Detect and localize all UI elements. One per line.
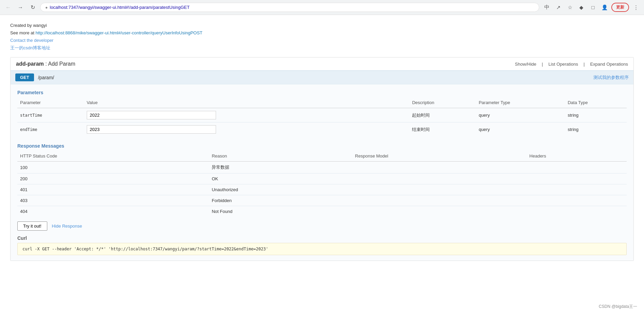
response-row: 200 OK [17,173,627,184]
response-row: 100 异常数据 [17,162,627,173]
response-reason: Forbidden [209,195,352,206]
page-content: Created by wangyi See more at http://loc… [0,15,644,268]
param-value-cell [84,108,410,122]
api-header-actions: Show/Hide | List Operations | Expand Ope… [515,62,628,67]
response-messages-title: Response Messages [17,143,627,149]
back-button[interactable]: ← [3,3,13,12]
endpoint-path: /param/ [38,75,593,80]
translate-button[interactable]: 中 [542,3,551,12]
response-headers [527,173,627,184]
csdn-link[interactable]: 王一的csdn博客地址 [10,45,50,50]
list-operations-link[interactable]: List Operations [548,62,578,67]
response-headers [527,195,627,206]
method-badge: GET [15,73,34,81]
status-code: 401 [17,184,209,195]
response-headers [527,184,627,195]
contact-link[interactable]: Contact the developer [10,38,53,43]
param-type: query [476,122,565,137]
bookmark-button[interactable]: ☆ [565,3,575,12]
curl-command: curl -X GET --header 'Accept: */*' 'http… [17,243,627,255]
operation-body: Parameters Parameter Value Description P… [11,84,633,261]
parameters-table: Parameter Value Description Parameter Ty… [17,99,627,136]
response-headers [527,206,627,217]
parameters-section-title: Parameters [17,90,627,95]
forward-button[interactable]: → [16,3,25,12]
response-reason: Not Found [209,206,352,217]
expand-operations-link[interactable]: Expand Operations [590,62,628,67]
see-more-line: See more at http://localhost:8868/mike/s… [10,29,634,37]
lock-icon: ● [45,5,48,10]
reason-col-header: Reason [209,152,352,162]
param-row: startTime 起始时间 query string [17,108,627,122]
response-row: 403 Forbidden [17,195,627,206]
update-button[interactable]: 更新 [611,3,629,12]
menu-button[interactable]: ⋮ [631,3,641,12]
response-model [352,195,527,206]
status-code: 100 [17,162,209,173]
show-hide-link[interactable]: Show/Hide [515,62,536,67]
response-model [352,184,527,195]
response-reason: OK [209,173,352,184]
status-code: 403 [17,195,209,206]
created-by-text: Created by wangyi [10,22,634,29]
address-bar: ● localhost:7347/wangyi/swagger-ui.html#… [40,3,539,12]
url-text: localhost:7347/wangyi/swagger-ui.html#!/… [50,5,189,10]
operation-description: 测试我的参数程序 [593,74,629,81]
param-name: startTime [17,108,84,122]
datatype-col-header: Data Type [565,99,627,108]
param-value-input[interactable] [87,125,216,134]
see-more-link[interactable]: http://localhost:8868/mike/swagger-ui.ht… [35,30,202,35]
param-description: 起始时间 [409,108,476,122]
response-model [352,206,527,217]
api-title: add-param : Add Param [16,61,75,67]
status-code: 404 [17,206,209,217]
param-type: query [476,108,565,122]
status-col-header: HTTP Status Code [17,152,209,162]
response-row: 404 Not Found [17,206,627,217]
response-model [352,162,527,173]
desc-col-header: Description [409,99,476,108]
share-button[interactable]: ↗ [554,3,563,12]
response-reason: Unauthorized [209,184,352,195]
param-data-type: string [565,108,627,122]
api-section: add-param : Add Param Show/Hide | List O… [10,57,634,261]
operation-method-path: GET /param/ [15,73,593,81]
response-reason: 异常数据 [209,162,352,173]
param-name: endTime [17,122,84,137]
param-value-input[interactable] [87,111,216,119]
param-data-type: string [565,122,627,137]
param-row: endTime 结束时间 query string [17,122,627,137]
header-info: Created by wangyi See more at http://loc… [10,22,634,52]
response-table: HTTP Status Code Reason Response Model H… [17,152,627,217]
response-headers [527,162,627,173]
param-description: 结束时间 [409,122,476,137]
headers-col-header: Headers [527,152,627,162]
try-it-out-button[interactable]: Try it out! [17,221,47,231]
operation-row[interactable]: GET /param/ 测试我的参数程序 [11,70,633,84]
type-col-header: Parameter Type [476,99,565,108]
value-col-header: Value [84,99,410,108]
api-section-header: add-param : Add Param Show/Hide | List O… [11,57,633,70]
profile-button[interactable]: 👤 [600,3,609,12]
curl-label: Curl [17,235,627,241]
see-more-label: See more at [10,30,34,35]
hide-response-link[interactable]: Hide Response [52,223,82,229]
param-value-cell [84,122,410,137]
action-buttons: Try it out! Hide Response [17,221,627,231]
curl-section: Curl curl -X GET --header 'Accept: */*' … [17,235,627,255]
response-model [352,173,527,184]
param-col-header: Parameter [17,99,84,108]
browser-actions: 中 ↗ ☆ ◆ □ 👤 更新 ⋮ [542,3,641,12]
extensions-button[interactable]: ◆ [577,3,586,12]
browser-chrome: ← → ↻ ● localhost:7347/wangyi/swagger-ui… [0,0,644,15]
reload-button[interactable]: ↻ [28,3,37,12]
status-code: 200 [17,173,209,184]
tab-search-button[interactable]: □ [588,3,598,12]
model-col-header: Response Model [352,152,527,162]
response-row: 401 Unauthorized [17,184,627,195]
